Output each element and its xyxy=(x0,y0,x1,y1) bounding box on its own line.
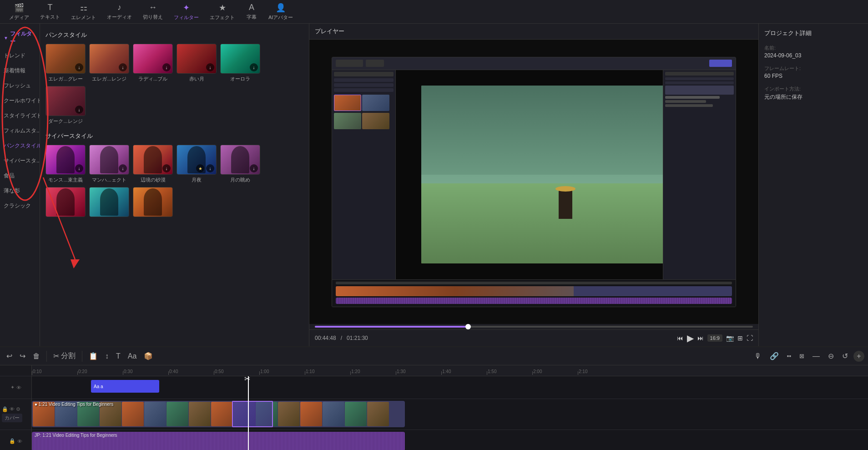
player-timeline-container[interactable] xyxy=(309,324,758,329)
filter-item-cyber_r2_3[interactable] xyxy=(133,187,173,217)
track3-header: 🔒 👁 xyxy=(0,430,31,450)
player-timeline-track[interactable] xyxy=(315,326,753,328)
filter-download-badge-moonlit_night[interactable]: ↓ xyxy=(206,164,214,172)
filter-item-moonlit_night[interactable]: ★↓月夜 xyxy=(177,145,217,183)
video-clip[interactable]: ● 1:21 Video Editing Tips for Beginners xyxy=(32,401,405,427)
filter-download-badge-aurora[interactable]: ↓ xyxy=(250,63,258,71)
player-play-btn[interactable]: ▶ xyxy=(687,333,694,344)
sidebar-item-punk_style[interactable]: パンクスタイル xyxy=(0,138,40,153)
filter-item-elegant_gray[interactable]: ↓エレガ...グレー xyxy=(45,44,86,82)
filter-download-badge-elegant_gray[interactable]: ↓ xyxy=(75,63,83,71)
toolbar-item-text[interactable]: Tテキスト xyxy=(35,1,66,22)
adjust-btn[interactable]: ↕ xyxy=(102,350,111,362)
sidebar-item-trend[interactable]: トレンド xyxy=(0,48,40,63)
split-btn[interactable]: ✂ 分割 xyxy=(50,349,78,363)
timeline-toolbar: ↩ ↪ 🗑 ✂ 分割 📋 ↕ T Aa 📦 🎙 🔗 ▪▪ ⊠ — ⊖ ↺ xyxy=(0,347,868,365)
filter-item-man_effect[interactable]: ↓マンハ...ェクト xyxy=(89,145,129,183)
toolbar-item-effect[interactable]: ★エフェクト xyxy=(204,1,240,23)
filter-item-red_moon[interactable]: ↓赤い月 xyxy=(177,44,217,82)
text2-btn[interactable]: Aa xyxy=(125,350,140,362)
link-btn[interactable]: 🔗 xyxy=(767,350,782,362)
filter-item-monster_queen[interactable]: ↓モンス...束主義 xyxy=(45,145,86,183)
track2-settings-icon[interactable]: ⚙ xyxy=(16,406,20,412)
text-btn[interactable]: T xyxy=(113,350,123,362)
toolbar-item-filter[interactable]: ✦フィルター xyxy=(168,1,204,23)
redo-btn[interactable]: ↪ xyxy=(17,350,28,362)
box-btn[interactable]: 📦 xyxy=(141,350,156,362)
tl-ctrl-4[interactable]: ⊖ xyxy=(825,350,837,362)
delete-btn[interactable]: 🗑 xyxy=(30,350,43,362)
filter-item-dark_orange[interactable]: ↓ダーク...レンジ xyxy=(45,86,86,125)
sidebar-item-classic[interactable]: クラシック xyxy=(0,198,40,213)
filter-download-badge-dark_orange[interactable]: ↓ xyxy=(75,106,83,114)
filter-thumb-img-cyber_r2_1 xyxy=(46,187,85,217)
filter-label-man_effect: マンハ...ェクト xyxy=(89,177,129,183)
sidebar-item-film_star[interactable]: フィルムスタ... xyxy=(0,123,40,138)
tl-ctrl-1[interactable]: ▪▪ xyxy=(784,351,794,361)
toolbar-item-transition[interactable]: ↔切り替え xyxy=(137,1,168,22)
player-timecode-current: 00:44:48 xyxy=(315,335,336,341)
track3-lock-icon[interactable]: 🔒 xyxy=(9,438,15,444)
player-title: プレイヤー xyxy=(315,28,344,35)
filter-download-badge-red_moon[interactable]: ↓ xyxy=(206,63,214,71)
playhead[interactable]: ✂ xyxy=(248,376,249,450)
sidebar-item-subtle_shadow[interactable]: 薄な影 xyxy=(0,183,40,198)
center-panel: プレイヤー xyxy=(309,24,759,346)
toolbar-item-audio[interactable]: ♪オーディオ xyxy=(101,1,137,22)
player-area[interactable] xyxy=(309,40,758,324)
filter-download-badge-moon_gaze[interactable]: ↓ xyxy=(250,164,258,172)
filter-item-lady_purple[interactable]: ↓ラディ...ブル xyxy=(133,44,173,82)
toolbar-icon-ai_avatar: 👤 xyxy=(276,3,286,13)
toolbar-label-ai_avatar: AIアバター xyxy=(268,14,293,21)
sidebar-item-fresh[interactable]: フレッシュ xyxy=(0,78,40,93)
filter-item-cyber_r2_2[interactable] xyxy=(89,187,129,217)
filter-item-elegant_orange[interactable]: ↓エレガ...レンジ xyxy=(89,44,129,82)
player-layout-btn[interactable]: ⊞ xyxy=(737,334,743,342)
filter-download-badge-elegant_orange[interactable]: ↓ xyxy=(119,63,127,71)
clip-btn[interactable]: 📋 xyxy=(86,350,101,362)
tl-ctrl-5[interactable]: ↺ xyxy=(839,350,851,362)
toolbar-label-media: メディア xyxy=(9,14,29,21)
undo-btn[interactable]: ↩ xyxy=(4,350,15,362)
track2-lock-icon[interactable]: 🔒 xyxy=(2,406,8,412)
filter-download-badge-border_desert[interactable]: ↓ xyxy=(162,164,171,172)
track1-icon-sparkle[interactable]: ✦ xyxy=(10,384,15,390)
player-snapshot-btn[interactable]: 📷 xyxy=(726,334,734,342)
toolbar-item-element[interactable]: ⚏エレメント xyxy=(66,1,101,23)
toolbar-item-media[interactable]: 🎬メディア xyxy=(4,1,35,23)
timeline-tracks-main[interactable]: 0:100:200:300:400:501:001:101:201:301:40… xyxy=(32,365,868,450)
filter-thumb-border_desert: ↓ xyxy=(133,145,173,175)
player-prev-frame-btn[interactable]: ⏮ xyxy=(677,334,683,342)
toolbar-item-ai_avatar[interactable]: 👤AIアバター xyxy=(263,1,298,23)
tl-ctrl-2[interactable]: ⊠ xyxy=(797,351,807,361)
sidebar-item-stylized[interactable]: スタイライズド xyxy=(0,108,40,123)
sidebar-item-cyber_style[interactable]: サイバースタ... xyxy=(0,153,40,168)
toolbar-item-caption[interactable]: A字幕 xyxy=(240,1,263,22)
filter-item-border_desert[interactable]: ↓辺境の砂漠 xyxy=(133,145,173,183)
player-fullscreen-btn[interactable]: ⛶ xyxy=(747,334,753,342)
toolbar-label-caption: 字幕 xyxy=(247,14,257,20)
text-clip[interactable]: Aa a xyxy=(91,380,159,393)
filter-item-moon_gaze[interactable]: ↓月の眺め xyxy=(220,145,260,183)
filter-item-aurora[interactable]: ↓オーロラ xyxy=(220,44,260,82)
sidebar-item-new[interactable]: 新着情報 xyxy=(0,63,40,78)
sidebar-item-cool_white[interactable]: クールホワイト xyxy=(0,93,40,108)
video-clip-title: ● 1:21 Video Editing Tips for Beginners xyxy=(35,402,113,407)
sidebar-item-food[interactable]: 食品 xyxy=(0,168,40,183)
player-timeline-thumb[interactable] xyxy=(465,324,471,329)
tl-ctrl-3[interactable]: — xyxy=(810,350,823,362)
ruler-tick-1:40: 1:40 xyxy=(441,371,487,375)
sidebar-chevron: ▼ xyxy=(4,35,8,40)
filter-download-badge-lady_purple[interactable]: ↓ xyxy=(162,63,171,71)
track3-eye-icon[interactable]: 👁 xyxy=(17,439,22,444)
track2-eye-icon[interactable]: 👁 xyxy=(10,406,15,412)
filter-download-badge-monster_queen[interactable]: ↓ xyxy=(75,164,83,172)
player-next-frame-btn[interactable]: ⏭ xyxy=(697,334,704,342)
mic-btn[interactable]: 🎙 xyxy=(752,350,764,362)
audio-clip[interactable]: JP: 1:21 Video Editing Tips for Beginner… xyxy=(32,432,405,450)
tl-add-btn[interactable]: + xyxy=(853,351,864,362)
filter-download-badge-man_effect[interactable]: ↓ xyxy=(119,164,127,172)
filter-item-cyber_r2_1[interactable] xyxy=(45,187,86,217)
filter-grid-サイバースタイル: ↓モンス...束主義↓マンハ...ェクト↓辺境の砂漠★↓月夜↓月の眺め xyxy=(45,145,303,217)
track1-icon-eye[interactable]: 👁 xyxy=(16,385,21,390)
